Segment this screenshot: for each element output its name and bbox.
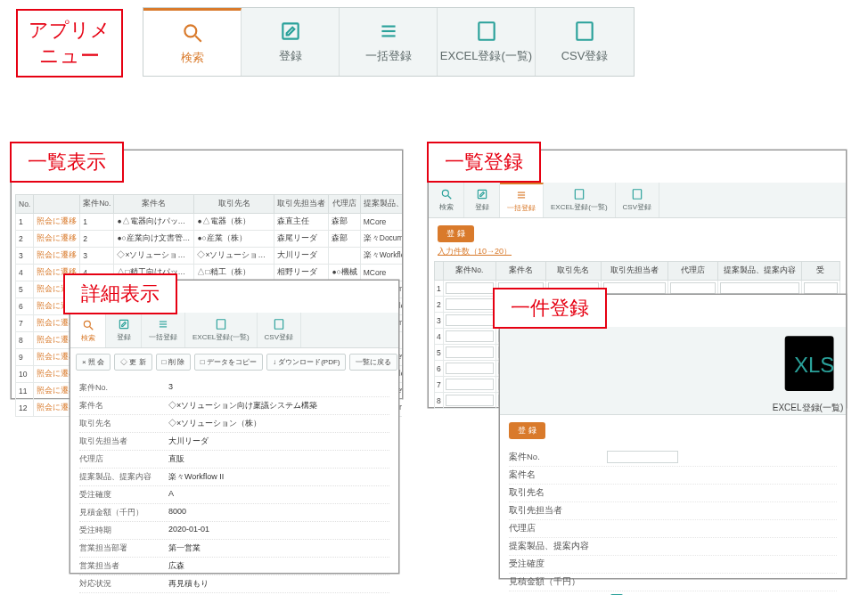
detail-link[interactable]: 照会に遷移 — [34, 214, 80, 231]
svg-rect-18 — [478, 190, 486, 198]
svg-line-17 — [447, 196, 451, 200]
single-register-badge[interactable]: 登 録 — [509, 422, 545, 439]
action-button[interactable]: ◇ 更 新 — [114, 354, 151, 371]
single-fields: 案件No.案件名取引先名取引先担当者代理店提案製品、提案内容受注確度見積金額（千… — [500, 443, 846, 595]
single-tabs: XLS EXCEL登録(一覧) — [500, 327, 846, 415]
tab-検索[interactable]: 検索 — [70, 313, 106, 347]
svg-rect-14 — [217, 320, 225, 330]
svg-rect-6 — [479, 22, 494, 40]
bulk-cell-input[interactable] — [670, 282, 716, 294]
svg-rect-2 — [283, 23, 298, 38]
bulk-cell-input[interactable] — [446, 395, 494, 406]
detail-panel-label: 詳細表示 — [63, 273, 177, 314]
col- — [435, 262, 444, 281]
svg-line-1 — [195, 36, 201, 42]
tab-EXCEL登録(一覧)[interactable]: EXCEL登録(一覧) — [544, 183, 616, 217]
detail-link[interactable]: 照会に遷移 — [34, 248, 80, 265]
bulk-cell-input[interactable] — [720, 282, 799, 294]
bulk-note[interactable]: 入力件数（10→20） — [438, 246, 846, 257]
field-row: 案件名◇×ソリューション向け稟議システム構築 — [79, 397, 389, 415]
svg-point-0 — [184, 25, 196, 37]
field-row: 取引先担当者 — [509, 502, 837, 520]
action-button[interactable]: □ データをコピー — [194, 354, 263, 371]
field-input[interactable] — [607, 451, 678, 463]
tab-EXCEL登録(一覧)[interactable]: EXCEL登録(一覧) — [438, 8, 536, 76]
bulk-cell-input[interactable] — [446, 330, 494, 342]
field-row: 取引先名 — [509, 485, 837, 502]
svg-point-8 — [84, 321, 90, 327]
app-menu: 検索登録一括登録EXCEL登録(一覧)CSV登録 — [143, 7, 635, 77]
tab-一括登録[interactable]: 一括登録 — [500, 183, 544, 217]
field-row: 案件No. — [509, 448, 837, 467]
field-row: 受注確度 — [509, 556, 837, 574]
app-menu-label: アプリメ ニュー — [16, 9, 123, 77]
col-案件No.: 案件No. — [80, 195, 114, 214]
field-row: 対応状況再見積もり — [79, 575, 389, 593]
detail-actions: × 照 会◇ 更 新□ 削 除□ データをコピー↓ ダウンロード(PDF)一覧に… — [70, 348, 398, 376]
tab-登録[interactable]: 登録 — [242, 8, 340, 76]
svg-rect-10 — [119, 320, 127, 328]
field-row: 提案製品、提案内容楽々Workflow II — [79, 469, 389, 486]
col- — [34, 195, 80, 214]
svg-rect-7 — [577, 22, 592, 40]
action-button[interactable]: × 照 会 — [76, 354, 111, 371]
field-row: 受注確度A — [79, 486, 389, 504]
svg-rect-23 — [633, 190, 641, 200]
col-案件No.: 案件No. — [443, 262, 495, 281]
svg-point-16 — [442, 190, 448, 196]
field-row: 代理店直販 — [79, 451, 389, 469]
detail-panel: 詳細表示 検索登録一括登録EXCEL登録(一覧)CSV登録 × 照 会◇ 更 新… — [70, 280, 399, 574]
single-panel-label: 一件登録 — [493, 288, 607, 329]
field-row: 見積金額（千円）8000 — [79, 504, 389, 522]
field-row: 見積金額（千円） — [509, 574, 837, 591]
single-panel: 一件登録 XLS EXCEL登録(一覧) 登 録 案件No.案件名取引先名取引先… — [499, 294, 847, 579]
list-panel-label: 一覧表示 — [10, 142, 124, 183]
col-提案製品、提案内容: 提案製品、提案内容 — [360, 195, 402, 214]
bulk-register-badge[interactable]: 登 録 — [438, 225, 474, 242]
tab-CSV登録[interactable]: CSV登録 — [258, 313, 301, 347]
detail-link[interactable]: 照会に遷移 — [34, 231, 80, 248]
field-row: 代理店 — [509, 520, 837, 538]
tab-一括登録[interactable]: 一括登録 — [340, 8, 438, 76]
svg-rect-22 — [575, 190, 583, 200]
col-代理店: 代理店 — [667, 262, 717, 281]
col-No.: No. — [16, 195, 34, 214]
tab-EXCEL登録(一覧)[interactable]: EXCEL登録(一覧) — [185, 313, 258, 347]
tab-登録[interactable]: 登録 — [106, 313, 142, 347]
tab-label: 登録 — [279, 48, 302, 64]
bulk-cell-input[interactable] — [446, 298, 494, 310]
tab-excel[interactable]: XLS EXCEL登録(一覧) — [773, 327, 846, 414]
tab-検索[interactable]: 検索 — [143, 8, 242, 76]
action-button[interactable]: 一覧に戻る — [349, 354, 397, 371]
bulk-cell-input[interactable] — [603, 282, 666, 294]
action-button[interactable]: ↓ ダウンロード(PDF) — [266, 354, 347, 371]
bulk-tabs: 検索登録一括登録EXCEL登録(一覧)CSV登録 — [429, 183, 846, 218]
tab-登録[interactable]: 登録 — [464, 183, 500, 217]
tab-label: 検索 — [181, 50, 204, 66]
detail-fields: 案件No.3案件名◇×ソリューション向け稟議システム構築取引先名◇×ソリューショ… — [70, 376, 398, 595]
bulk-cell-input[interactable] — [446, 379, 494, 390]
col-取引先担当者: 取引先担当者 — [274, 195, 329, 214]
action-button[interactable]: □ 削 除 — [156, 354, 191, 371]
bulk-cell-input[interactable] — [446, 314, 494, 326]
bulk-cell-input[interactable] — [446, 363, 494, 374]
tab-一括登録[interactable]: 一括登録 — [142, 313, 185, 347]
col-取引先名: 取引先名 — [194, 195, 274, 214]
tab-CSV登録[interactable]: CSV登録 — [536, 8, 634, 76]
col-提案製品、提案内容: 提案製品、提案内容 — [717, 262, 801, 281]
bulk-cell-input[interactable] — [446, 282, 494, 294]
field-row: 営業担当者広森 — [79, 558, 389, 575]
bulk-panel-label: 一覧登録 — [427, 142, 541, 183]
field-row: 提案製品、提案内容 — [509, 538, 837, 556]
svg-rect-15 — [274, 320, 283, 330]
col-受: 受 — [801, 262, 839, 281]
bulk-cell-input[interactable] — [446, 346, 494, 358]
field-row: 案件No.3 — [79, 379, 389, 397]
tab-CSV登録[interactable]: CSV登録 — [616, 183, 659, 217]
field-row: 受注時期 — [509, 591, 837, 595]
field-row: 営業担当部署第一営業 — [79, 540, 389, 558]
col-取引先名: 取引先名 — [545, 262, 601, 281]
field-row: 受注時期2020-01-01 — [79, 522, 389, 540]
bulk-cell-input[interactable] — [804, 282, 838, 294]
tab-検索[interactable]: 検索 — [429, 183, 464, 217]
